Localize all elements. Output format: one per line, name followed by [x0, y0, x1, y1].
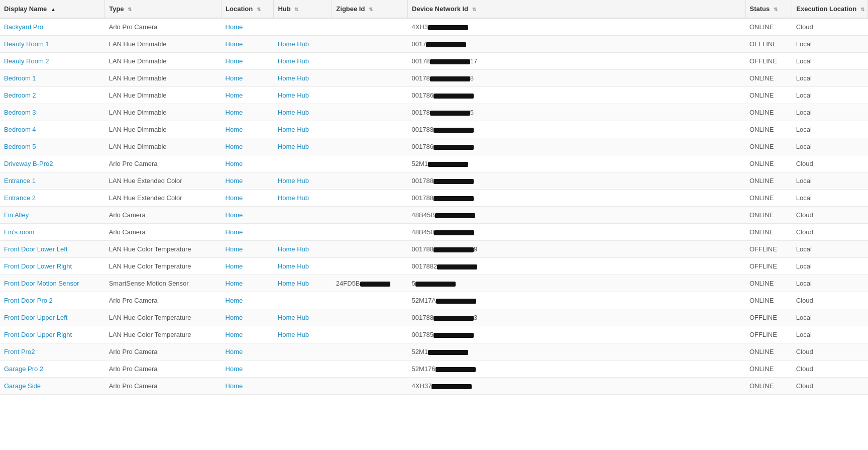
device-name-link[interactable]: Front Door Lower Left — [4, 245, 67, 253]
location-link[interactable]: Home — [226, 382, 243, 390]
cell-hub[interactable]: Home Hub — [274, 241, 332, 258]
cell-display-name[interactable]: Driveway B-Pro2 — [0, 155, 105, 172]
cell-location[interactable]: Home — [222, 190, 274, 207]
device-name-link[interactable]: Bedroom 3 — [4, 109, 36, 116]
cell-display-name[interactable]: Backyard Pro — [0, 18, 105, 36]
col-header-network[interactable]: Device Network Id ⇅ — [408, 0, 745, 18]
cell-display-name[interactable]: Beauty Room 2 — [0, 53, 105, 70]
cell-display-name[interactable]: Front Door Lower Right — [0, 258, 105, 275]
device-name-link[interactable]: Entrance 1 — [4, 177, 36, 185]
cell-hub[interactable] — [274, 378, 332, 395]
cell-hub[interactable]: Home Hub — [274, 104, 332, 121]
cell-display-name[interactable]: Bedroom 1 — [0, 70, 105, 87]
device-name-link[interactable]: Beauty Room 2 — [4, 57, 49, 65]
cell-hub[interactable]: Home Hub — [274, 138, 332, 155]
cell-location[interactable]: Home — [222, 361, 274, 378]
hub-link[interactable]: Home Hub — [278, 109, 309, 116]
cell-hub[interactable]: Home Hub — [274, 87, 332, 104]
device-name-link[interactable]: Front Door Upper Right — [4, 331, 72, 338]
location-link[interactable]: Home — [226, 331, 243, 338]
location-link[interactable]: Home — [226, 228, 243, 236]
location-link[interactable]: Home — [226, 92, 243, 99]
hub-link[interactable]: Home Hub — [278, 245, 309, 253]
cell-display-name[interactable]: Front Door Motion Sensor — [0, 275, 105, 292]
location-link[interactable]: Home — [226, 280, 243, 287]
location-link[interactable]: Home — [226, 74, 243, 82]
hub-link[interactable]: Home Hub — [278, 194, 309, 202]
cell-location[interactable]: Home — [222, 378, 274, 395]
cell-display-name[interactable]: Bedroom 2 — [0, 87, 105, 104]
hub-link[interactable]: Home Hub — [278, 40, 309, 48]
cell-hub[interactable]: Home Hub — [274, 70, 332, 87]
device-name-link[interactable]: Front Pro2 — [4, 348, 35, 355]
cell-location[interactable]: Home — [222, 224, 274, 241]
hub-link[interactable]: Home Hub — [278, 74, 309, 82]
cell-location[interactable]: Home — [222, 172, 274, 190]
cell-location[interactable]: Home — [222, 87, 274, 104]
device-name-link[interactable]: Garage Side — [4, 382, 41, 390]
cell-hub[interactable]: Home Hub — [274, 36, 332, 53]
cell-display-name[interactable]: Bedroom 4 — [0, 121, 105, 138]
cell-display-name[interactable]: Bedroom 5 — [0, 138, 105, 155]
device-name-link[interactable]: Bedroom 1 — [4, 74, 36, 82]
col-header-display-name[interactable]: Display Name ▲ — [0, 0, 105, 18]
location-link[interactable]: Home — [226, 262, 243, 270]
col-header-type[interactable]: Type ⇅ — [105, 0, 222, 18]
hub-link[interactable]: Home Hub — [278, 314, 309, 321]
cell-hub[interactable]: Home Hub — [274, 53, 332, 70]
location-link[interactable]: Home — [226, 314, 243, 321]
cell-hub[interactable]: Home Hub — [274, 309, 332, 326]
location-link[interactable]: Home — [226, 40, 243, 48]
cell-display-name[interactable]: Front Door Pro 2 — [0, 292, 105, 309]
cell-hub[interactable] — [274, 155, 332, 172]
cell-display-name[interactable]: Fin Alley — [0, 207, 105, 224]
cell-hub[interactable] — [274, 343, 332, 361]
location-link[interactable]: Home — [226, 126, 243, 133]
cell-display-name[interactable]: Bedroom 3 — [0, 104, 105, 121]
location-link[interactable]: Home — [226, 297, 243, 304]
location-link[interactable]: Home — [226, 348, 243, 355]
cell-hub[interactable] — [274, 224, 332, 241]
cell-hub[interactable]: Home Hub — [274, 121, 332, 138]
location-link[interactable]: Home — [226, 365, 243, 373]
device-name-link[interactable]: Front Door Pro 2 — [4, 297, 53, 304]
hub-link[interactable]: Home Hub — [278, 262, 309, 270]
cell-hub[interactable]: Home Hub — [274, 326, 332, 343]
device-name-link[interactable]: Fin Alley — [4, 211, 29, 219]
location-link[interactable]: Home — [226, 23, 243, 31]
device-name-link[interactable]: Entrance 2 — [4, 194, 36, 202]
hub-link[interactable]: Home Hub — [278, 280, 309, 287]
hub-link[interactable]: Home Hub — [278, 177, 309, 185]
device-name-link[interactable]: Beauty Room 1 — [4, 40, 49, 48]
cell-location[interactable]: Home — [222, 121, 274, 138]
cell-display-name[interactable]: Fin's room — [0, 224, 105, 241]
col-header-location[interactable]: Location ⇅ — [222, 0, 274, 18]
cell-display-name[interactable]: Entrance 1 — [0, 172, 105, 190]
cell-location[interactable]: Home — [222, 275, 274, 292]
cell-display-name[interactable]: Garage Pro 2 — [0, 361, 105, 378]
cell-location[interactable]: Home — [222, 138, 274, 155]
cell-location[interactable]: Home — [222, 18, 274, 36]
cell-location[interactable]: Home — [222, 343, 274, 361]
location-link[interactable]: Home — [226, 194, 243, 202]
location-link[interactable]: Home — [226, 211, 243, 219]
device-name-link[interactable]: Garage Pro 2 — [4, 365, 43, 373]
hub-link[interactable]: Home Hub — [278, 92, 309, 99]
hub-link[interactable]: Home Hub — [278, 331, 309, 338]
location-link[interactable]: Home — [226, 160, 243, 167]
device-name-link[interactable]: Bedroom 5 — [4, 143, 36, 150]
location-link[interactable]: Home — [226, 245, 243, 253]
col-header-zigbee[interactable]: Zigbee Id ⇅ — [332, 0, 408, 18]
cell-display-name[interactable]: Front Door Lower Left — [0, 241, 105, 258]
cell-location[interactable]: Home — [222, 53, 274, 70]
cell-location[interactable]: Home — [222, 292, 274, 309]
cell-hub[interactable] — [274, 18, 332, 36]
device-name-link[interactable]: Front Door Lower Right — [4, 262, 72, 270]
cell-location[interactable]: Home — [222, 241, 274, 258]
cell-location[interactable]: Home — [222, 326, 274, 343]
cell-display-name[interactable]: Garage Side — [0, 378, 105, 395]
cell-hub[interactable]: Home Hub — [274, 258, 332, 275]
cell-display-name[interactable]: Front Door Upper Right — [0, 326, 105, 343]
location-link[interactable]: Home — [226, 57, 243, 65]
cell-hub[interactable] — [274, 361, 332, 378]
